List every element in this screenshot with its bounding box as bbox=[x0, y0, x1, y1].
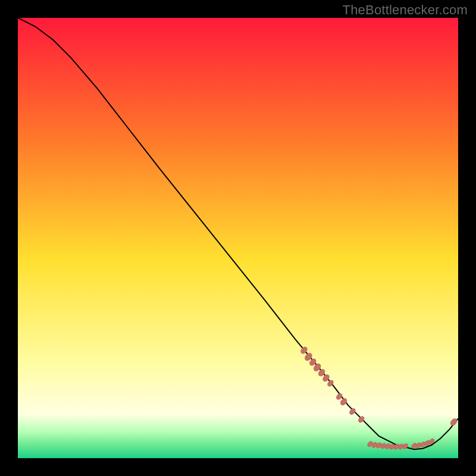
gradient-background bbox=[18, 18, 458, 458]
watermark-text: TheBottlenecker.com bbox=[343, 2, 468, 18]
chart-frame: TheBottlenecker.com bbox=[0, 0, 476, 476]
plot-svg bbox=[18, 18, 458, 458]
bottleneck-plot bbox=[18, 18, 458, 458]
